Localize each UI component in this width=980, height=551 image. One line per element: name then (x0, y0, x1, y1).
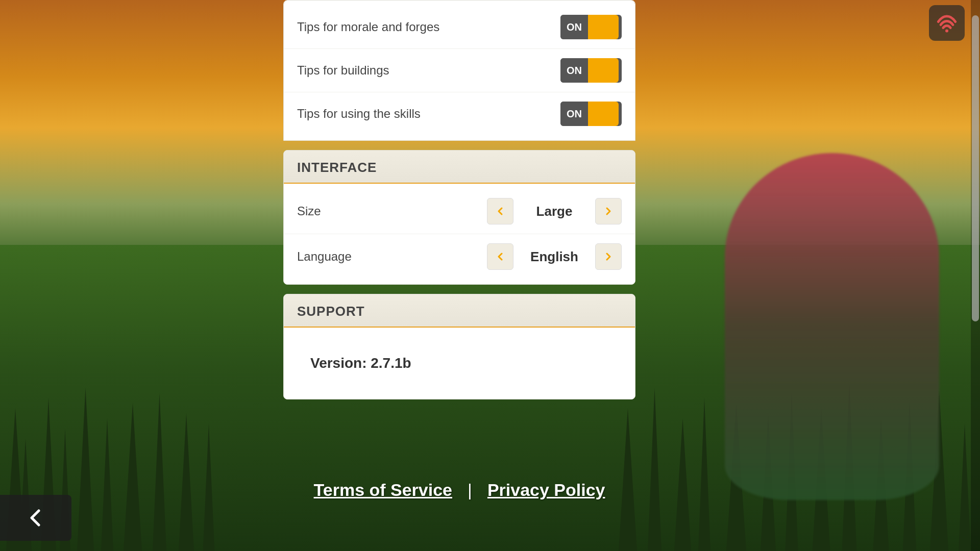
tips-skills-toggle-wrapper: ON (560, 102, 622, 126)
tips-skills-toggle-on: ON (560, 102, 588, 126)
tips-buildings-row: Tips for buildings ON (284, 49, 635, 92)
tips-skills-label: Tips for using the skills (297, 107, 421, 121)
svg-point-0 (945, 30, 948, 33)
language-next-button[interactable] (595, 243, 622, 270)
tips-buildings-toggle-wrapper: ON (560, 58, 622, 83)
language-prev-button[interactable] (487, 243, 513, 270)
privacy-policy-link[interactable]: Privacy Policy (487, 480, 605, 500)
tips-buildings-label: Tips for buildings (297, 63, 389, 78)
back-button[interactable] (0, 495, 71, 541)
language-row: Language English (284, 234, 635, 279)
tips-morale-toggle-wrapper: ON (560, 15, 622, 39)
content-area: Tips for morale and forges ON Tips for b… (283, 0, 635, 409)
size-label: Size (297, 204, 321, 218)
tips-morale-toggle-slider (588, 15, 619, 39)
tips-buildings-toggle[interactable]: ON (560, 58, 622, 83)
language-controls: English (487, 243, 622, 270)
footer-separator: | (468, 480, 472, 500)
version-text: Version: 2.7.1b (297, 342, 425, 385)
size-value: Large (513, 204, 595, 219)
tips-buildings-toggle-slider (588, 58, 619, 83)
character-decoration (725, 153, 939, 500)
wifi-icon (935, 11, 959, 35)
scrollbar-track[interactable] (971, 0, 980, 551)
scrollbar-thumb[interactable] (972, 15, 979, 321)
size-next-button[interactable] (595, 198, 622, 224)
tips-skills-toggle-slider (588, 102, 619, 126)
chevron-right-icon (602, 205, 615, 217)
language-label: Language (297, 249, 352, 264)
chevron-left-icon (494, 205, 506, 217)
interface-card-header: INTERFACE (284, 151, 635, 184)
tips-skills-toggle[interactable]: ON (560, 102, 622, 126)
tips-card-body: Tips for morale and forges ON Tips for b… (284, 1, 635, 140)
tips-skills-row: Tips for using the skills ON (284, 92, 635, 135)
size-row: Size Large (284, 189, 635, 234)
language-value: English (513, 249, 595, 265)
tips-morale-label: Tips for morale and forges (297, 20, 439, 34)
support-card: SUPPORT Version: 2.7.1b (283, 294, 635, 399)
tips-morale-row: Tips for morale and forges ON (284, 6, 635, 49)
interface-card-body: Size Large Langu (284, 184, 635, 284)
back-arrow-icon (24, 507, 47, 529)
tips-buildings-toggle-on: ON (560, 58, 588, 83)
size-controls: Large (487, 198, 622, 224)
support-header-text: SUPPORT (297, 304, 365, 319)
chevron-right-icon-2 (602, 251, 615, 263)
size-prev-button[interactable] (487, 198, 513, 224)
interface-header-text: INTERFACE (297, 160, 377, 175)
terms-of-service-link[interactable]: Terms of Service (314, 480, 453, 500)
support-card-header: SUPPORT (284, 294, 635, 328)
support-card-body: Version: 2.7.1b (284, 328, 635, 399)
footer-links: Terms of Service | Privacy Policy (314, 480, 605, 500)
tips-card: Tips for morale and forges ON Tips for b… (283, 0, 635, 141)
chevron-left-icon-2 (494, 251, 506, 263)
tips-morale-toggle[interactable]: ON (560, 15, 622, 39)
version-row: Version: 2.7.1b (284, 333, 635, 394)
tips-morale-toggle-on: ON (560, 15, 588, 39)
wifi-icon-wrapper (929, 5, 965, 41)
interface-card: INTERFACE Size Large (283, 150, 635, 285)
